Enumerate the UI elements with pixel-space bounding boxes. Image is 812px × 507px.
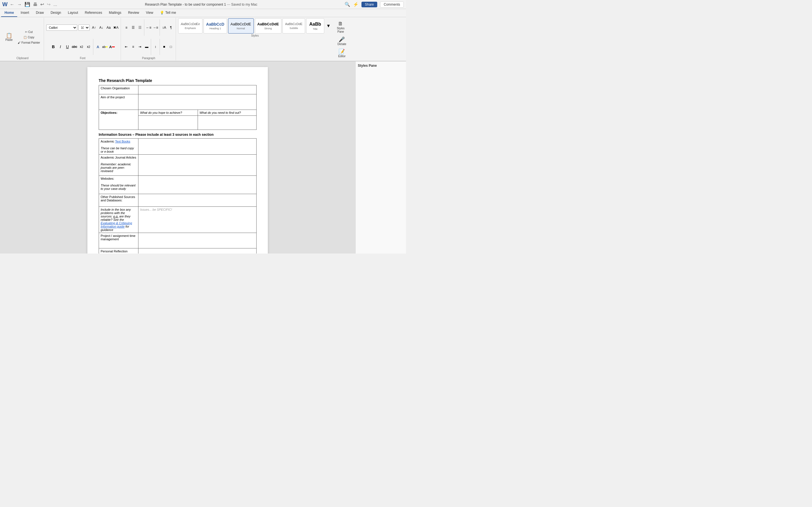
tab-mailings[interactable]: Mailings <box>105 9 124 17</box>
show-paragraph-button[interactable]: ¶ <box>168 24 174 31</box>
justify-button[interactable]: ▬ <box>144 44 150 50</box>
tab-references[interactable]: References <box>82 9 105 17</box>
format-painter-button[interactable]: 🖌 Format Painter <box>16 40 42 45</box>
align-left-button[interactable]: ⇤ <box>123 44 130 50</box>
shading-button[interactable]: ■ <box>161 44 167 50</box>
bullets-button[interactable]: ≡ <box>123 24 130 31</box>
tab-insert[interactable]: Insert <box>17 9 33 17</box>
cell-obj-label[interactable]: Objectives: <box>99 110 139 130</box>
title-bar-left: W ← → 💾 🖶 ↩ ↪ … <box>2 1 58 8</box>
redo-icon[interactable]: ↪ <box>46 1 51 8</box>
tab-review[interactable]: Review <box>124 9 142 17</box>
cell-time-mgmt-label[interactable]: Project / assignment time management <box>99 233 139 248</box>
multilevel-button[interactable]: ☷ <box>137 24 143 31</box>
tab-design[interactable]: Design <box>47 9 64 17</box>
align-center-button[interactable]: ≡ <box>130 44 136 50</box>
cell-obj-findout-header[interactable]: What do you need to find out? <box>198 110 256 116</box>
numbering-button[interactable]: ☰ <box>130 24 136 31</box>
microphone-icon: 🎤 <box>339 36 345 43</box>
style-emphasis[interactable]: AaBbCcDdEe Emphasis <box>178 18 202 34</box>
cell-issues-content[interactable]: Issues... be SPECIFIC! <box>139 207 257 233</box>
styles-group: AaBbCcDdEe Emphasis AaBbCcD Heading 1 Aa… <box>176 18 352 60</box>
doc-title: Research Plan Template - to be used for … <box>145 3 226 6</box>
table-row: Include in the box any problems with the… <box>99 207 257 233</box>
borders-button[interactable]: □ <box>168 44 174 50</box>
cell-textbooks-content[interactable] <box>139 138 257 155</box>
cell-chosen-org-content[interactable] <box>139 86 257 94</box>
cell-obj-findout-content[interactable] <box>198 116 256 130</box>
style-title[interactable]: AaBb Title <box>306 18 324 34</box>
cell-aim-content[interactable] <box>139 94 257 110</box>
cell-issues-label[interactable]: Include in the box any problems with the… <box>99 207 139 233</box>
cell-websites-content[interactable] <box>139 176 257 194</box>
bold-button[interactable]: B <box>50 44 56 50</box>
tab-home[interactable]: Home <box>1 9 17 17</box>
more-styles-button[interactable]: ▼ <box>325 23 332 29</box>
decrease-font-button[interactable]: A↓ <box>98 24 104 31</box>
cell-obj-achieve-header[interactable]: What do you hope to achieve? <box>139 110 198 116</box>
search-icon[interactable]: 🔍 <box>345 2 350 7</box>
clear-formatting-button[interactable]: ✖A <box>113 24 119 31</box>
cell-obj-achieve-content[interactable] <box>139 116 198 130</box>
increase-indent-button[interactable]: →≡ <box>152 24 158 31</box>
lightning-icon[interactable]: ⚡ <box>353 2 359 7</box>
cell-reflection-label[interactable]: Personal Reflection <box>99 248 139 254</box>
cell-chosen-org-label[interactable]: Chosen Organisation <box>99 86 139 94</box>
cell-time-mgmt-content[interactable] <box>139 233 257 248</box>
cell-other-sources-content[interactable] <box>139 194 257 207</box>
style-normal[interactable]: AaBbCcDdE Normal <box>228 18 254 34</box>
style-subtitle[interactable]: AaBbCcDdE Subtitle <box>283 18 305 34</box>
textbooks-link[interactable]: Text Books <box>115 140 130 143</box>
paste-button[interactable]: 📋 Paste <box>3 32 15 43</box>
line-spacing-button[interactable]: ↕ <box>152 44 158 50</box>
more-options-icon[interactable]: … <box>53 2 58 7</box>
font-size-select[interactable]: 10 <box>79 24 90 31</box>
undo-icon[interactable]: ↩ <box>40 1 45 8</box>
cell-reflection-content[interactable] <box>139 248 257 254</box>
dictate-button[interactable]: 🎤 Dictate <box>336 35 348 47</box>
cell-journals-content[interactable] <box>139 155 257 176</box>
save-icon[interactable]: 💾 <box>24 1 31 8</box>
tab-view[interactable]: View <box>143 9 157 17</box>
change-case-button[interactable]: Aa <box>105 24 112 31</box>
styles-pane-toggle-area: 🗎 Styles Pane 🎤 Dictate 📝 Editor <box>332 18 350 60</box>
style-strong[interactable]: AaBbCcDdE Strong <box>255 18 282 34</box>
style-gallery: AaBbCcDdEe Emphasis AaBbCcD Heading 1 Aa… <box>178 18 332 34</box>
editor-button[interactable]: 📝 Editor <box>336 47 348 59</box>
styles-pane-button[interactable]: 🗎 Styles Pane <box>335 19 347 35</box>
copy-button[interactable]: 📋 Copy <box>16 35 42 40</box>
italic-button[interactable]: I <box>57 44 63 50</box>
highlight-color-button[interactable]: ab <box>102 44 108 50</box>
cell-textbooks-label[interactable]: Academic Text Books These can be hard co… <box>99 138 139 155</box>
decrease-indent-button[interactable]: ←≡ <box>146 24 152 31</box>
underline-button[interactable]: U <box>64 44 70 50</box>
tab-layout[interactable]: Layout <box>64 9 82 17</box>
nav-back[interactable]: ← <box>9 1 15 8</box>
nav-forward[interactable]: → <box>17 1 22 8</box>
table-row: Academic Journal Articles Remember: acad… <box>99 155 257 176</box>
font-name-select[interactable]: Calibri <box>46 24 77 31</box>
cell-websites-label[interactable]: Websites: These should be relevant to yo… <box>99 176 139 194</box>
strikethrough-button[interactable]: abc <box>71 44 78 50</box>
align-right-button[interactable]: ⇥ <box>137 44 143 50</box>
doc-area[interactable]: The Research Plan Template Chosen Organi… <box>0 61 355 253</box>
print-icon[interactable]: 🖶 <box>33 1 38 8</box>
divider2 <box>144 19 144 36</box>
text-effects-button[interactable]: A <box>95 44 101 50</box>
style-heading1[interactable]: AaBbCcD Heading 1 <box>204 18 227 34</box>
share-button[interactable]: Share <box>361 2 377 7</box>
font-color-button[interactable]: A <box>109 44 115 50</box>
sort-button[interactable]: ↕A <box>161 24 167 31</box>
increase-font-button[interactable]: A↑ <box>91 24 97 31</box>
comments-button[interactable]: Comments <box>380 1 404 8</box>
cell-other-sources-label[interactable]: Other Published Sources and Databases: <box>99 194 139 207</box>
divider1 <box>93 39 93 55</box>
top-table: Chosen Organisation Aim of the project O… <box>99 85 257 130</box>
tab-draw[interactable]: Draw <box>33 9 47 17</box>
cell-aim-label[interactable]: Aim of the project <box>99 94 139 110</box>
subscript-button[interactable]: x2 <box>79 44 85 50</box>
cut-button[interactable]: ✄ Cut <box>16 30 42 34</box>
tab-tellme[interactable]: 💡 Tell me <box>156 9 179 17</box>
superscript-button[interactable]: x2 <box>86 44 92 50</box>
cell-journals-label[interactable]: Academic Journal Articles Remember: acad… <box>99 155 139 176</box>
